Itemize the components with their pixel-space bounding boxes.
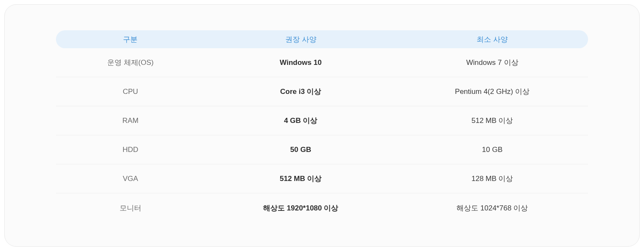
spec-card: 구분 권장 사양 최소 사양 운영 체제(OS) Windows 10 Wind…: [4, 4, 640, 247]
header-minimum: 최소 사양: [396, 35, 588, 44]
cell-category: VGA: [56, 175, 205, 183]
cell-category: 운영 체제(OS): [56, 58, 205, 67]
table-header-row: 구분 권장 사양 최소 사양: [56, 30, 588, 48]
table-row: HDD 50 GB 10 GB: [56, 135, 588, 164]
cell-recommended: 512 MB 이상: [205, 174, 397, 184]
cell-minimum: 128 MB 이상: [396, 174, 588, 184]
cell-minimum: 10 GB: [396, 146, 588, 154]
cell-recommended: 해상도 1920*1080 이상: [205, 203, 397, 213]
cell-minimum: 해상도 1024*768 이상: [396, 203, 588, 213]
header-recommended: 권장 사양: [205, 35, 397, 44]
cell-category: RAM: [56, 117, 205, 125]
cell-minimum: Pentium 4(2 GHz) 이상: [396, 87, 588, 96]
cell-recommended: Core i3 이상: [205, 87, 397, 96]
cell-recommended: Windows 10: [205, 58, 397, 67]
header-category: 구분: [56, 35, 205, 44]
cell-minimum: 512 MB 이상: [396, 116, 588, 125]
table-row: VGA 512 MB 이상 128 MB 이상: [56, 164, 588, 193]
cell-recommended: 4 GB 이상: [205, 116, 397, 125]
cell-category: 모니터: [56, 203, 205, 213]
cell-category: CPU: [56, 88, 205, 96]
cell-recommended: 50 GB: [205, 146, 397, 154]
table-row: RAM 4 GB 이상 512 MB 이상: [56, 106, 588, 135]
cell-category: HDD: [56, 146, 205, 154]
table-row: CPU Core i3 이상 Pentium 4(2 GHz) 이상: [56, 77, 588, 106]
table-row: 모니터 해상도 1920*1080 이상 해상도 1024*768 이상: [56, 193, 588, 222]
table-row: 운영 체제(OS) Windows 10 Windows 7 이상: [56, 48, 588, 77]
spec-table: 구분 권장 사양 최소 사양 운영 체제(OS) Windows 10 Wind…: [56, 30, 588, 222]
cell-minimum: Windows 7 이상: [396, 58, 588, 67]
